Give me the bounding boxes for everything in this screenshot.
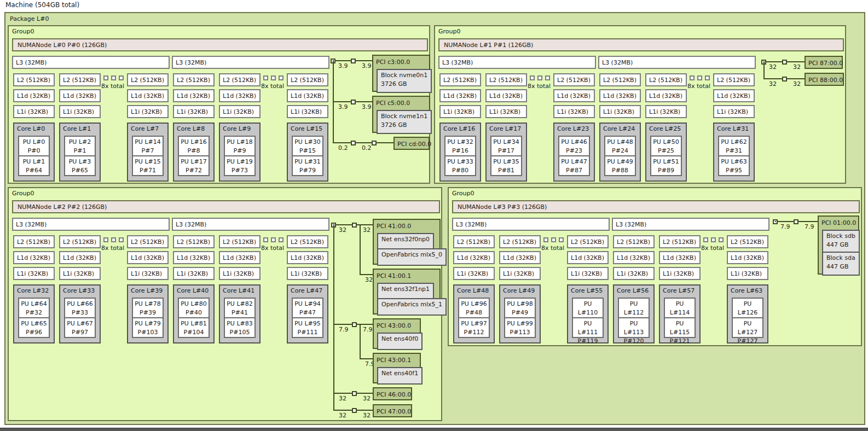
pci-child-line: OpenFabrics mlx5_1 [381,300,442,309]
l1i-cache-label: L1i (32KB) [177,108,208,115]
link-speed-label: 3.9 [362,103,372,110]
l2-cache-label: L2 (512KB) [63,77,96,84]
l2-cache-label: L2 (512KB) [731,238,764,246]
core-label: Core L#0 [17,125,45,132]
pu-box: PU L#35P#81 [490,155,522,176]
dots-label: 8x total [261,83,284,90]
l1i-cache-label: L1i (32KB) [131,270,162,277]
core-label: Core L#31 [717,125,749,132]
pu-number-line: P#81 [491,166,521,175]
pu-number-line: P#40 [179,308,209,317]
l1i-cache-box: L1i (32KB) [553,105,595,118]
l1i-cache-label: L1i (32KB) [603,108,634,115]
pu-number-line: P#41 [225,308,254,317]
pu-number-line: P#120 [619,337,649,346]
pu-number-line: P#79 [293,166,322,175]
pu-number-line: P#95 [719,166,749,175]
pu-label-line: PU L#0 [19,138,49,147]
pci-child-line: Block sdb [826,232,855,241]
bridge-square [372,141,377,145]
pu-number-line: P#32 [19,308,49,317]
pu-label-line: PU L#95 [293,319,322,328]
bridge-square [352,322,357,327]
group-label: Group0 [12,190,34,197]
pci-child-line: 447 GB [826,263,855,271]
l1i-cache-box: L1i (32KB) [59,267,101,280]
link-speed-label: 32 [793,63,801,71]
l2-cache-label: L2 (512KB) [291,77,324,84]
l1d-cache-label: L1d (32KB) [731,254,764,261]
core-box: Core L#16PU L#32P#16PU L#33P#80 [439,123,481,182]
ellipsis-square [103,237,108,242]
pu-label-line: PU L#65 [19,319,49,328]
link-speed-label: 32 [339,412,346,419]
l1d-cache-label: L1d (32KB) [131,254,164,261]
l3-cache-label: L3 (32MB) [442,59,473,66]
core-label: Core L#49 [503,287,535,294]
bridge-square [352,408,357,413]
l1d-cache-box: L1d (32KB) [173,89,215,102]
l1d-cache-label: L1d (32KB) [457,254,490,261]
pci-child-box: Net ens40f0 [377,333,423,350]
pu-number-line: P#121 [665,337,695,346]
pu-box: PU L#65P#96 [18,317,50,338]
l3-cache-box: L3 (32MB) [612,218,769,231]
l1d-cache-box: L1d (32KB) [713,89,755,102]
pu-box: PU L#96P#48 [458,298,490,318]
pu-label-line: PU L#113 [619,319,649,337]
l2-cache-label: L2 (512KB) [489,77,523,84]
pci-child-line: Net ens32f0np0 [381,235,430,244]
l2-cache-box: L2 (512KB) [173,235,215,248]
l1d-cache-box: L1d (32KB) [553,89,595,102]
pci-child-line: OpenFabrics mlx5_0 [381,251,442,259]
pu-label-line: PU L#1 [19,158,49,166]
ellipsis-square [279,237,283,242]
pci-device-box: PCI 46:00.0 [373,387,412,400]
pu-box: PU L#66P#33 [64,298,96,318]
l1i-cache-box: L1i (32KB) [567,267,609,280]
pu-label-line: PU L#99 [505,319,535,328]
l1i-cache-box: L1i (32KB) [219,105,261,118]
pci-child-line: Block nvme1n1 [381,112,427,121]
link-speed-label: 7.9 [339,326,349,333]
core-label: Core L#7 [131,125,159,132]
l1d-cache-box: L1d (32KB) [499,251,541,264]
pci-device-box: PCI 43:00.0Net ens40f0 [373,318,421,349]
l2-cache-label: L2 (512KB) [617,238,650,246]
core-box: Core L#9PU L#18P#9PU L#19P#73 [219,123,261,182]
l1i-cache-label: L1i (32KB) [223,108,254,115]
l1d-cache-label: L1d (32KB) [603,92,636,100]
l1d-cache-label: L1d (32KB) [557,92,591,100]
l1d-cache-label: L1d (32KB) [63,92,96,100]
pu-number-line: P#15 [293,147,322,155]
pu-box: PU L#3P#65 [64,155,96,176]
dots-label: 8x total [528,83,551,90]
l2-cache-box: L2 (512KB) [13,73,55,86]
l2-cache-box: L2 (512KB) [127,235,169,248]
link-speed-label: 32 [769,80,777,88]
group-label: Group0 [452,190,474,197]
link-speed-label: 0.2 [362,144,372,152]
l1d-cache-box: L1d (32KB) [219,89,261,102]
ellipsis-square [263,75,268,80]
ellipsis-square [545,75,550,80]
l3-cache-box: L3 (32MB) [172,56,329,69]
pci-device-box: PCI cd:00.0 [394,137,430,150]
l1i-cache-box: L1i (32KB) [439,105,481,118]
pu-label-line: PU L#111 [573,319,603,337]
bridge-trunk-line [333,60,334,143]
l1i-cache-label: L1i (32KB) [291,270,322,277]
pu-number-line: P#112 [459,328,489,337]
pu-number-line: P#16 [445,147,475,155]
link-speed-label: 32 [363,412,371,419]
bridge-line [360,224,361,275]
machine-label: Machine (504GB total) [5,2,79,9]
link-speed-label: 32 [339,395,346,402]
pci-device-box: PCI 87:00.0 [805,56,843,69]
bridge-square [351,100,356,104]
pu-number-line: P#87 [559,166,589,175]
l1i-cache-box: L1i (32KB) [173,105,215,118]
bridge-line [360,358,373,359]
l1i-cache-label: L1i (32KB) [17,270,48,277]
l3-cache-label: L3 (32MB) [176,59,206,66]
